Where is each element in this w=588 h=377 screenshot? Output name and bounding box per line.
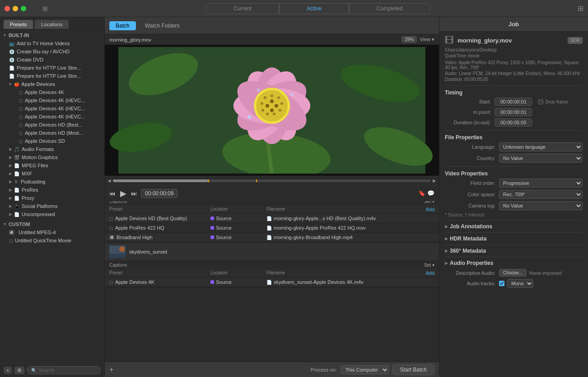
timing-inpoint-value[interactable]: ‹ 00:00:00:01 ›	[495, 108, 532, 116]
preset-row-2[interactable]: ◻ Apple ProRes 422 HQ Source 📄 morning-g…	[105, 223, 439, 233]
skip-back-button[interactable]: ⏮	[109, 190, 116, 197]
prores-icon: 📄	[14, 188, 19, 193]
chevron-left-icon-2[interactable]: ‹	[498, 110, 499, 114]
sidebar-section-custom[interactable]: ▼ CUSTOM	[0, 220, 104, 228]
set-button-2[interactable]: Set ▾	[424, 263, 434, 268]
sidebar-item-proxy[interactable]: ▶ 📄 Proxy	[0, 194, 104, 202]
batch-item-row-skydivers[interactable]: skydivers_sunset	[105, 243, 439, 261]
sidebar-item-mpeg[interactable]: ▶ 📄 MPEG Files	[0, 161, 104, 170]
sidebar-item-apple-4k[interactable]: ◻ Apple Devices 4K	[0, 88, 104, 96]
sidebar-toggle-icon[interactable]: ⊞	[42, 5, 48, 12]
location-col-header: Location	[210, 207, 265, 212]
sidebar-tab-locations[interactable]: Locations	[35, 20, 69, 29]
sidebar-item-bluray[interactable]: 💿 Create Blu-ray / AVCHD	[0, 47, 104, 56]
descriptive-audio-row: Descriptive Audio: Choose... None import…	[445, 269, 583, 277]
tab-watch-folders[interactable]: Watch Folders	[139, 21, 186, 30]
sidebar-item-mxf[interactable]: ▶ 📄 MXF	[0, 170, 104, 178]
sidebar-item-audio-formats[interactable]: ▶ 🎵 Audio Formats	[0, 145, 104, 153]
sidebar-item-apple-sd[interactable]: ◻ Apple Devices SD	[0, 137, 104, 145]
bookmark-button[interactable]: 🔖	[418, 190, 425, 197]
job-duration: Duration: 00:00:05:05	[445, 77, 583, 82]
chevron-left-icon[interactable]: ‹	[498, 100, 499, 104]
add-preset-button[interactable]: +	[4, 367, 12, 374]
sidebar-item-social-platforms[interactable]: ▶ 📱 Social Platforms	[0, 202, 104, 210]
view-button[interactable]: View ▾	[420, 37, 434, 42]
uncomp-icon: 📄	[14, 212, 19, 217]
search-box[interactable]: 🔍 Search	[27, 366, 101, 374]
sidebar-item-apple-hd-best[interactable]: ◻ Apple Devices HD (Best...	[0, 121, 104, 129]
sidebar-item-apple-4k-hevc1[interactable]: ◻ Apple Devices 4K (HEVC...	[0, 96, 104, 104]
timeline-start-icon[interactable]: ◀	[107, 178, 111, 183]
sidebar-item-add-tv[interactable]: 📺 Add to TV Home Videos	[0, 39, 104, 47]
timing-inpoint-label: In point:	[445, 109, 495, 115]
language-select[interactable]: Unknown language	[499, 142, 583, 151]
choose-button[interactable]: Choose...	[499, 269, 527, 277]
process-select[interactable]: This Computer	[341, 365, 389, 374]
chevron-right-icon-2[interactable]: ›	[528, 110, 529, 114]
mpeg-icon: 📄	[14, 163, 19, 168]
sidebar-item-prores[interactable]: ▶ 📄 ProRes	[0, 186, 104, 194]
gear-button[interactable]: ⚙	[14, 367, 24, 374]
add-item-button[interactable]: +	[109, 366, 113, 374]
timeline-track[interactable]	[113, 179, 431, 182]
sidebar-item-apple-4k-hevc2[interactable]: ◻ Apple Devices 4K (HEVC...	[0, 104, 104, 113]
timing-duration-value[interactable]: ‹ 00:00:05:05 ›	[495, 118, 532, 127]
hdr-metadata-title[interactable]: ▶ HDR Metadata	[445, 236, 583, 242]
sidebar-item-uncompressed[interactable]: ▶ 📄 Uncompressed	[0, 210, 104, 218]
audio-tracks-checkbox[interactable]	[499, 281, 504, 286]
device-icon: ◻	[19, 131, 23, 136]
sidebar-item-mpeg4[interactable]: 4 Untitled MPEG-4	[0, 228, 104, 236]
sidebar-section-builtin[interactable]: ▼ BUILT-IN	[0, 31, 104, 39]
chevron-left-icon-3[interactable]: ‹	[498, 121, 499, 125]
audio-properties-title[interactable]: ▶ Audio Properties	[445, 260, 583, 266]
speech-button[interactable]: 💬	[427, 190, 434, 197]
sidebar-item-apple-4k-hevc3[interactable]: ◻ Apple Devices 4K (HEVC...	[0, 113, 104, 121]
field-order-select[interactable]: Progressive	[499, 179, 583, 188]
sidebar-item-motion-graphics[interactable]: ▶ 🎬 Motion Graphics	[0, 153, 104, 161]
sidebar-section-apple[interactable]: ▼ 🍎 Apple Devices	[0, 80, 104, 88]
tab-completed[interactable]: Completed	[349, 3, 430, 14]
sidebar-item-http1[interactable]: 📄 Prepare for HTTP Live Stre...	[0, 64, 104, 72]
presets-add-button-1[interactable]: Add	[425, 207, 434, 212]
svg-point-26	[275, 104, 278, 108]
chevron-right-icon[interactable]: ›	[528, 100, 529, 104]
sdr-badge: SDR	[568, 37, 583, 44]
drop-frame-row: Drop frame	[538, 99, 568, 104]
sidebar-item-apple-hd-most[interactable]: ◻ Apple Devices HD (Most...	[0, 129, 104, 137]
captions-row-2: Captions Set ▾	[105, 261, 439, 269]
zoom-level[interactable]: 29%	[401, 36, 417, 43]
time-display[interactable]: 00:00:00:09	[141, 189, 177, 198]
close-button[interactable]	[5, 6, 10, 11]
tab-active[interactable]: Active	[279, 3, 349, 14]
hdr-metadata-section: ▶ HDR Metadata	[445, 232, 583, 242]
360-metadata-title[interactable]: ▶ 360° Metadata	[445, 248, 583, 254]
maximize-button[interactable]	[21, 6, 26, 11]
chevron-right-icon-3[interactable]: ›	[528, 121, 529, 125]
color-space-select[interactable]: Rec. 709*	[499, 190, 583, 199]
grid-icon[interactable]: ⊞	[578, 4, 583, 13]
timing-start-value[interactable]: ‹ 00:00:00:01 ›	[495, 98, 532, 106]
job-file-icon: 🎞	[445, 35, 454, 46]
preset-row-3[interactable]: 4 Broadband High Source 📄 morning-glory-…	[105, 233, 439, 242]
presets-add-button-2[interactable]: Add	[425, 270, 434, 276]
sidebar-tab-presets[interactable]: Presets	[4, 20, 33, 29]
minimize-button[interactable]	[13, 6, 18, 11]
drop-frame-checkbox[interactable]	[538, 99, 543, 104]
sidebar-item-quicktime[interactable]: ◻ Untitled QuickTime Movie	[0, 236, 104, 245]
tab-current[interactable]: Current	[206, 3, 279, 14]
start-batch-button[interactable]: Start Batch	[392, 364, 434, 375]
tab-batch[interactable]: Batch	[109, 21, 136, 30]
chevron-right-icon: ▶	[9, 171, 12, 176]
preset-row-1[interactable]: ◻ Apple Devices HD (Best Quality) Source…	[105, 214, 439, 223]
timeline-end-icon[interactable]: ▶	[433, 178, 436, 183]
camera-log-select[interactable]: No Value	[499, 201, 583, 210]
sidebar-item-podcasting[interactable]: ▶ 🎙 Podcasting	[0, 178, 104, 186]
job-annotations-title[interactable]: ▶ Job Annotations	[445, 223, 583, 230]
skip-forward-button[interactable]: ⏭	[131, 190, 137, 197]
play-button[interactable]: ▶	[120, 188, 126, 198]
sidebar-item-dvd[interactable]: 💿 Create DVD	[0, 56, 104, 64]
sidebar-item-http2[interactable]: 📄 Prepare for HTTP Live Stre...	[0, 72, 104, 80]
audio-tracks-select[interactable]: Mono	[507, 279, 533, 288]
preset-row-skydivers-1[interactable]: ◻ Apple Devices 4K Source 📄 skydivers_su…	[105, 278, 439, 287]
country-select[interactable]: No Value	[499, 154, 583, 163]
